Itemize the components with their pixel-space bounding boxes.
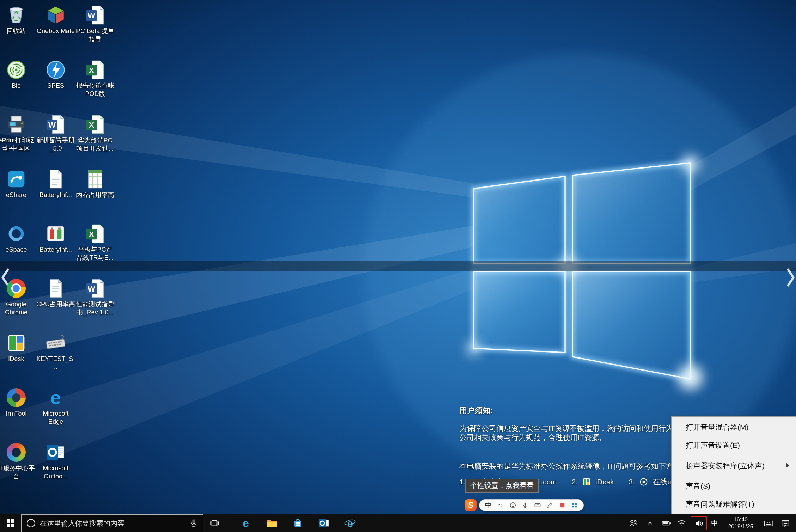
desktop-icon-pc-beta-guide[interactable]: W PC Beta 提单指导: [75, 2, 115, 57]
desktop-icon-grid: 回收站 Onebox Mate W PC Beta: [0, 2, 115, 494]
idesk-inline-icon: [583, 478, 590, 486]
tray-expand-button[interactable]: [642, 514, 659, 532]
menu-separator: [672, 455, 795, 455]
svg-text:X: X: [89, 121, 94, 129]
desktop-icon-eshare[interactable]: eShare: [0, 166, 36, 221]
recycle-bin-icon: [5, 4, 27, 26]
task-view-button[interactable]: [203, 514, 226, 532]
speaker-icon: [694, 519, 704, 528]
start-button[interactable]: [0, 514, 21, 532]
desktop-icon-label: eShare: [6, 191, 26, 199]
desktop-icon-memory-usage[interactable]: 内存占用率高: [75, 166, 115, 221]
desktop-icon-label: iDesk: [8, 355, 24, 363]
desktop-icon-huawei-pc-project[interactable]: X 华为终端PC项目开发过...: [75, 111, 115, 166]
idesk-tiles-icon: [5, 332, 27, 354]
svg-text:e: e: [347, 518, 353, 529]
svg-text:W: W: [88, 285, 95, 293]
volume-highlight-box: [691, 516, 707, 530]
svg-text:X: X: [89, 230, 94, 239]
skin-icon[interactable]: [558, 501, 566, 509]
touch-keyboard-icon[interactable]: [760, 514, 777, 532]
menu-item-sounds[interactable]: 声音(S): [672, 477, 796, 495]
toolbox-icon[interactable]: [571, 501, 578, 509]
ime-toolbar: S 中: [465, 499, 584, 511]
microphone-icon[interactable]: [189, 519, 198, 528]
espace-knot-icon: [5, 223, 27, 245]
share-square-icon: [5, 168, 27, 190]
search-input[interactable]: [40, 519, 185, 527]
desktop-icon-label: PC Beta 提单指导: [76, 27, 115, 43]
desktop-icon-microsoft-outlook[interactable]: Microsoft Outloo...: [36, 439, 75, 494]
fingerprint-icon: [5, 59, 27, 81]
people-button[interactable]: [625, 514, 642, 532]
menu-item-speaker-setup[interactable]: 扬声器安装程序(立体声): [672, 457, 796, 475]
taskbar-edge-button[interactable]: e: [233, 514, 259, 532]
handwriting-icon[interactable]: [546, 501, 554, 509]
menu-item-troubleshoot-sound[interactable]: 声音问题疑难解答(T): [672, 495, 796, 513]
keyboard-icon: [45, 332, 67, 354]
desktop-icon-perf-test-guide[interactable]: W 性能测试指导书_Rev 1.0...: [75, 275, 115, 330]
desktop-icon-bio[interactable]: Bio: [0, 57, 36, 111]
sogou-logo-icon[interactable]: S: [465, 499, 477, 511]
desktop-icon-recycle-bin[interactable]: 回收站: [0, 2, 36, 57]
volume-button[interactable]: [690, 514, 708, 532]
desktop-icon-report-ledger[interactable]: X 报告传递台账POD版: [75, 57, 115, 111]
color-ring-icon: [5, 441, 27, 463]
desktop-icon-batteryinfo-app[interactable]: BatteryInf...: [36, 221, 75, 275]
desktop-icon-eprint-driver[interactable]: ePrint打印驱动-中国区: [0, 111, 36, 166]
menu-item-open-sound-settings[interactable]: 打开声音设置(E): [672, 436, 796, 454]
taskbar-clock[interactable]: 16:40 2019/1/25: [721, 514, 760, 532]
desktop-icon-espace[interactable]: eSpace: [0, 221, 36, 275]
menu-item-label: 声音问题疑难解答(T): [686, 499, 754, 509]
ime-indicator[interactable]: 中: [708, 514, 721, 532]
svg-text:W: W: [48, 121, 56, 129]
desktop-icon-label: 报告传递台账POD版: [76, 82, 115, 98]
desktop-icon-microsoft-edge[interactable]: e Microsoft Edge: [36, 385, 75, 439]
desktop-icon-label: Google Chrome: [0, 300, 36, 316]
network-wifi-icon[interactable]: [674, 514, 690, 532]
voice-input-icon[interactable]: [521, 501, 529, 509]
desktop-icon-it-service-platform[interactable]: IT服务中心平台: [0, 439, 36, 494]
desktop-icon-idesk[interactable]: iDesk: [0, 330, 36, 385]
desktop-icon-label: Bio: [12, 82, 21, 90]
desktop-icon-irmtool[interactable]: IrmTool: [0, 385, 36, 439]
desktop-icon-spes[interactable]: SPES: [36, 57, 75, 111]
taskbar-outlook-button[interactable]: [311, 514, 337, 532]
svg-text:X: X: [89, 66, 94, 75]
taskbar-store-button[interactable]: [285, 514, 311, 532]
menu-item-label: 打开音量混合器(M): [686, 422, 748, 432]
desktop-icon-label: CPU占用率高: [36, 300, 75, 308]
taskbar-ie-button[interactable]: e: [337, 514, 363, 532]
taskbar-search[interactable]: [21, 514, 203, 532]
lightning-circle-icon: [45, 59, 67, 81]
menu-item-open-volume-mixer[interactable]: 打开音量混合器(M): [672, 418, 796, 436]
emoji-icon[interactable]: [509, 501, 517, 509]
word-doc-icon: W: [45, 114, 67, 135]
battery-icon[interactable]: [659, 514, 674, 532]
desktop-icon-onebox-mate[interactable]: Onebox Mate: [36, 2, 75, 57]
desktop-icon-keytest[interactable]: KEYTEST_S...: [36, 330, 75, 385]
ime-toolbar-bar: 中: [479, 499, 584, 511]
svg-text:e: e: [243, 517, 249, 529]
windows-logo-icon: [7, 519, 14, 527]
desktop-icon-tablet-pc-tr[interactable]: X 平板与PC产品线TR与E...: [75, 221, 115, 275]
action-center-button[interactable]: [777, 514, 794, 532]
desktop-icon-google-chrome[interactable]: Google Chrome: [0, 275, 36, 330]
desktop-icon-label: 性能测试指导书_Rev 1.0...: [76, 300, 115, 316]
desktop-icon-label: 华为终端PC项目开发过...: [76, 136, 115, 152]
taskbar-file-explorer-button[interactable]: [259, 514, 285, 532]
desktop-icon-cpu-usage[interactable]: CPU占用率高: [36, 275, 75, 330]
desktop-icon-batteryinfo-doc[interactable]: BatteryInf...: [36, 166, 75, 221]
soft-keyboard-icon[interactable]: [534, 501, 541, 509]
carousel-right-arrow[interactable]: [784, 267, 796, 288]
desktop-icon-label: 内存占用率高: [76, 191, 114, 199]
ime-mode-indicator[interactable]: 中: [484, 501, 492, 509]
desktop-icon-setup-manual[interactable]: W 新机配置手册_5.0: [36, 111, 75, 166]
svg-text:e: e: [50, 388, 61, 408]
punctuation-icon[interactable]: [497, 501, 504, 509]
desktop-icon-label: 新机配置手册_5.0: [36, 136, 75, 152]
printer-icon: [5, 114, 27, 135]
desktop-icon-label: Microsoft Edge: [36, 410, 75, 426]
sogou-letter: S: [468, 501, 473, 510]
ime-indicator-text: 中: [711, 519, 718, 528]
